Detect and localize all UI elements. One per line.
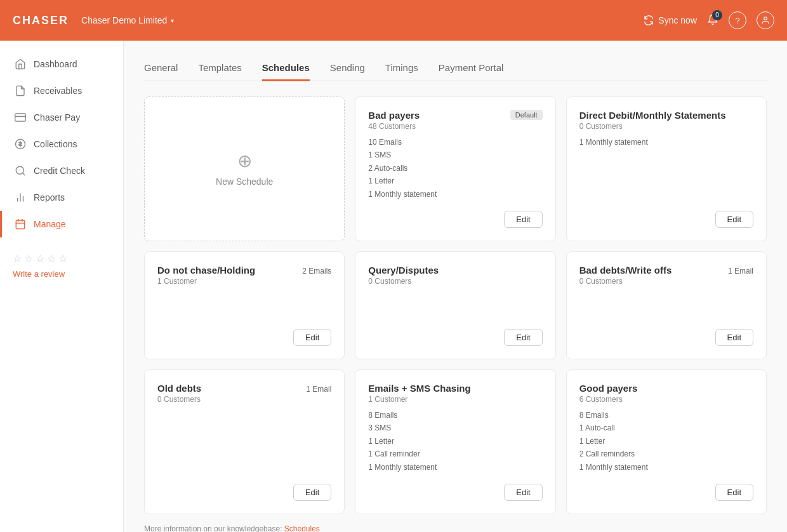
card-header-bad-payers: Bad payers 48 Customers Default [368, 110, 542, 131]
schedule-card-do-not-chase: Do not chase/Holding 1 Customer 2 Emails… [144, 251, 345, 359]
card-count-bad-payers: 48 Customers [368, 122, 420, 131]
star-2[interactable]: ☆ [24, 253, 33, 265]
edit-button-do-not-chase[interactable]: Edit [293, 329, 331, 346]
sidebar-item-chaser-pay[interactable]: Chaser Pay [0, 104, 123, 131]
star-1[interactable]: ☆ [13, 253, 22, 265]
tab-general[interactable]: General [144, 56, 178, 81]
card-footer-do-not-chase: Edit [157, 329, 331, 346]
schedule-card-good-payers: Good payers 6 Customers 8 Emails1 Auto-c… [566, 369, 767, 514]
dollar-icon [15, 138, 26, 150]
card-footer-bad-payers: Edit [368, 211, 542, 228]
card-stats-bad-payers: 10 Emails1 SMS2 Auto-calls1 Letter1 Mont… [368, 136, 542, 201]
schedule-card-query-disputes: Query/Disputes 0 Customers Edit [355, 251, 555, 359]
star-4[interactable]: ☆ [47, 253, 56, 265]
edit-button-query-disputes[interactable]: Edit [504, 329, 542, 346]
tab-sending[interactable]: Sending [330, 56, 365, 81]
main-layout: Dashboard Receivables Chaser Pay Collect… [0, 41, 787, 532]
sidebar-item-collections[interactable]: Collections [0, 131, 123, 157]
card-footer-good-payers: Edit [579, 484, 753, 501]
card-header-emails-sms: Emails + SMS Chasing 1 Customer [368, 383, 542, 404]
sidebar-label-receivables: Receivables [34, 86, 82, 96]
calendar-icon [15, 218, 26, 230]
write-review-link[interactable]: Write a review [13, 269, 65, 279]
notification-bell[interactable]: 0 [707, 14, 718, 27]
tab-timings[interactable]: Timings [385, 56, 418, 81]
footer-link[interactable]: Schedules [284, 524, 320, 532]
sidebar-label-chaser-pay: Chaser Pay [34, 112, 80, 123]
card-title-good-payers: Good payers [579, 383, 638, 394]
brand-logo: CHASER [13, 14, 69, 27]
card-count-direct-debit: 0 Customers [579, 122, 726, 131]
card-footer-query-disputes: Edit [368, 329, 542, 346]
card-title-direct-debit: Direct Debit/Monthly Statements [579, 110, 726, 121]
file-icon [15, 85, 26, 96]
help-button[interactable]: ? [729, 11, 746, 29]
card-title-do-not-chase: Do not chase/Holding [157, 265, 255, 276]
edit-button-old-debts[interactable]: Edit [293, 484, 331, 501]
edit-button-direct-debit[interactable]: Edit [715, 211, 753, 228]
svg-line-5 [22, 173, 24, 175]
schedule-grid-row2: Do not chase/Holding 1 Customer 2 Emails… [144, 251, 767, 359]
company-name: Chaser Demo Limited [81, 15, 167, 25]
star-3[interactable]: ☆ [36, 253, 44, 265]
card-footer-emails-sms: Edit [368, 484, 542, 501]
sync-label: Sync now [658, 15, 697, 25]
card-stats-direct-debit: 1 Monthly statement [579, 136, 753, 149]
card-stat-right-bad-debts: 1 Email [728, 265, 753, 277]
card-title-old-debts: Old debts [157, 383, 201, 394]
edit-button-bad-payers[interactable]: Edit [504, 211, 542, 228]
schedule-grid-row1: ⊕ New Schedule Bad payers 48 Customers D… [144, 96, 767, 241]
add-icon: ⊕ [237, 150, 252, 171]
edit-button-bad-debts[interactable]: Edit [715, 329, 753, 346]
schedule-card-bad-debts: Bad debts/Write offs 0 Customers 1 Email… [566, 251, 767, 359]
sync-icon [643, 15, 654, 26]
schedule-card-emails-sms: Emails + SMS Chasing 1 Customer 8 Emails… [355, 369, 555, 514]
chevron-down-icon: ▾ [171, 17, 174, 24]
sync-button[interactable]: Sync now [643, 15, 697, 26]
sidebar-item-manage[interactable]: Manage [0, 211, 123, 237]
svg-point-0 [764, 17, 767, 20]
card-title-bad-debts: Bad debts/Write offs [579, 265, 672, 276]
sidebar-item-receivables[interactable]: Receivables [0, 77, 123, 104]
edit-button-good-payers[interactable]: Edit [715, 484, 753, 501]
card-footer-bad-debts: Edit [579, 329, 753, 346]
sidebar-label-manage: Manage [34, 219, 66, 229]
card-stat-right-old-debts: 1 Email [306, 383, 331, 396]
new-schedule-card[interactable]: ⊕ New Schedule [144, 96, 345, 241]
bar-chart-icon [15, 192, 26, 203]
card-header-do-not-chase: Do not chase/Holding 1 Customer 2 Emails [157, 265, 331, 286]
card-count-good-payers: 6 Customers [579, 395, 638, 404]
card-stat-right-do-not-chase: 2 Emails [302, 265, 331, 277]
schedule-card-old-debts: Old debts 0 Customers 1 Email Edit [144, 369, 345, 514]
sidebar-label-credit-check: Credit Check [34, 166, 85, 176]
card-stats-good-payers: 8 Emails1 Auto-call1 Letter2 Call remind… [579, 409, 753, 474]
sidebar-item-credit-check[interactable]: Credit Check [0, 157, 123, 184]
card-count-query-disputes: 0 Customers [368, 277, 439, 286]
star-rating: ☆ ☆ ☆ ☆ ☆ [13, 253, 110, 265]
review-section: ☆ ☆ ☆ ☆ ☆ Write a review [0, 243, 123, 289]
tab-templates[interactable]: Templates [198, 56, 241, 81]
tab-schedules[interactable]: Schedules [262, 56, 310, 81]
sidebar-label-reports: Reports [34, 192, 65, 203]
card-footer-old-debts: Edit [157, 484, 331, 501]
sidebar: Dashboard Receivables Chaser Pay Collect… [0, 41, 124, 532]
star-5[interactable]: ☆ [58, 253, 67, 265]
tab-bar: General Templates Schedules Sending Timi… [144, 56, 767, 81]
edit-button-emails-sms[interactable]: Edit [504, 484, 542, 501]
schedule-grid-row3: Old debts 0 Customers 1 Email Edit Email… [144, 369, 767, 514]
user-avatar[interactable] [757, 11, 774, 29]
company-selector[interactable]: Chaser Demo Limited ▾ [81, 15, 174, 25]
sidebar-label-dashboard: Dashboard [34, 59, 77, 69]
topbar-right: Sync now 0 ? [643, 11, 774, 29]
sidebar-item-dashboard[interactable]: Dashboard [0, 51, 123, 77]
notification-count: 0 [712, 10, 722, 20]
footer-text: More information on our knowledgebase: [144, 524, 284, 532]
home-icon [15, 58, 26, 70]
sidebar-item-reports[interactable]: Reports [0, 184, 123, 211]
svg-rect-9 [16, 220, 25, 229]
tab-payment-portal[interactable]: Payment Portal [439, 56, 504, 81]
footer-info: More information on our knowledgebase: S… [144, 524, 767, 532]
svg-rect-1 [15, 114, 26, 121]
card-footer-direct-debit: Edit [579, 211, 753, 228]
card-count-bad-debts: 0 Customers [579, 277, 672, 286]
